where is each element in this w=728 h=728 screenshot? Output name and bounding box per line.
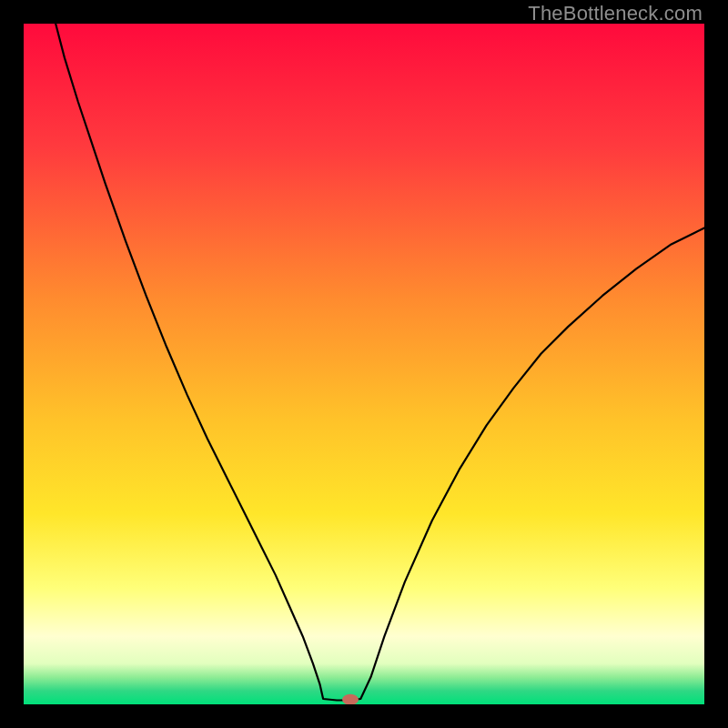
watermark-text: TheBottleneck.com [528, 2, 703, 25]
bottleneck-chart [24, 24, 704, 704]
chart-background [24, 24, 704, 704]
chart-frame: TheBottleneck.com [0, 0, 728, 728]
